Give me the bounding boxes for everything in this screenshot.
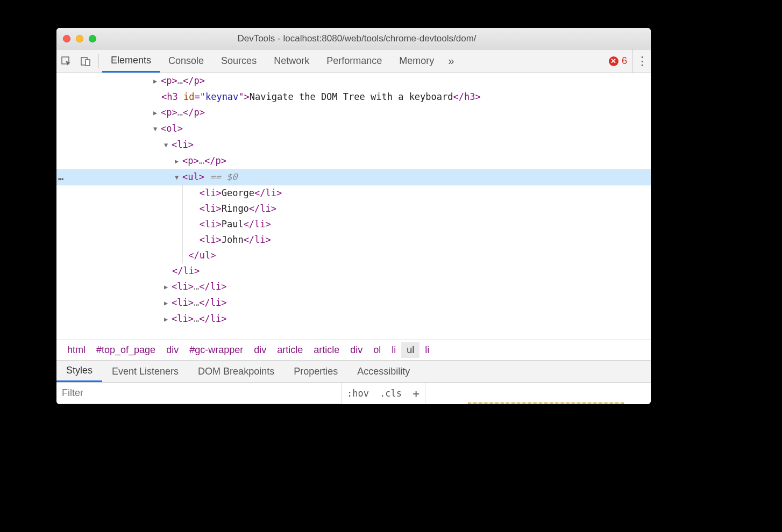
svg-rect-2 [86,60,90,66]
subtab-styles[interactable]: Styles [56,361,102,382]
error-count: 6 [622,55,627,67]
crumb[interactable]: html [62,342,91,358]
traffic-lights [63,35,96,42]
dom-node-ul-close[interactable]: </ul> [56,248,651,263]
crumb[interactable]: div [248,342,272,358]
separator [98,54,99,68]
crumb[interactable]: li [420,342,435,358]
crumb[interactable]: div [345,342,368,358]
dom-node-li-item[interactable]: <li>Paul</li> [56,217,651,232]
subtab-event-listeners[interactable]: Event Listeners [102,361,188,382]
tab-sources[interactable]: Sources [212,49,265,73]
styles-toolbar: :hov .cls + [56,383,651,404]
crumb[interactable]: ol [368,342,386,358]
subtab-properties[interactable]: Properties [284,361,347,382]
zoom-window-button[interactable] [89,35,96,42]
styles-preview-area [425,383,651,404]
dom-node[interactable]: ▶<li>…</li> [56,279,651,295]
subtab-accessibility[interactable]: Accessibility [347,361,420,382]
breadcrumb-bar: html #top_of_page div #gc-wrapper div ar… [56,340,651,360]
box-model-fragment [468,402,624,404]
error-badge[interactable]: ✕ 6 [603,49,632,73]
dom-node-h3[interactable]: <h3 id="keynav">Navigate the DOM Tree wi… [56,89,651,105]
dom-node[interactable]: ▶<li>…</li> [56,311,651,327]
minimize-window-button[interactable] [76,35,83,42]
dom-node-li-item[interactable]: <li>George</li> [56,185,651,201]
error-icon: ✕ [609,56,619,66]
tab-console[interactable]: Console [160,49,212,73]
inspect-element-icon[interactable] [56,49,76,73]
hov-button[interactable]: :hov [342,388,374,399]
crumb-selected[interactable]: ul [401,342,420,358]
window-title: DevTools - localhost:8080/web/tools/chro… [96,33,617,44]
tabs-overflow-button[interactable]: » [443,49,459,73]
dom-node[interactable]: ▶<p>…</p> [56,105,651,121]
dom-node-ol[interactable]: ▼<ol> [56,121,651,137]
dom-node-li-item[interactable]: <li>John</li> [56,232,651,248]
dom-node-li[interactable]: ▼<li> [56,137,651,153]
devtools-window: DevTools - localhost:8080/web/tools/chro… [56,28,651,404]
main-toolbar: Elements Console Sources Network Perform… [56,49,651,73]
device-toolbar-icon[interactable] [76,49,95,73]
dom-node-li-item[interactable]: <li>Ringo</li> [56,201,651,217]
crumb[interactable]: #gc-wrapper [184,342,248,358]
dom-node[interactable]: ▶<p>…</p> [56,153,651,169]
crumb[interactable]: li [386,342,401,358]
subtab-dom-breakpoints[interactable]: DOM Breakpoints [188,361,284,382]
dom-node[interactable]: ▶<li>…</li> [56,295,651,311]
tab-memory[interactable]: Memory [390,49,443,73]
crumb[interactable]: article [308,342,345,358]
dom-tree[interactable]: ▶<p>…</p> <h3 id="keynav">Navigate the D… [56,73,651,340]
close-window-button[interactable] [63,35,70,42]
tab-performance[interactable]: Performance [318,49,390,73]
new-style-rule-button[interactable]: + [407,387,425,400]
dom-node[interactable]: ▶<p>…</p> [56,73,651,89]
styles-subtabs: Styles Event Listeners DOM Breakpoints P… [56,360,651,383]
dom-node-ul-selected[interactable]: ▼<ul> == $0 [56,169,651,185]
crumb[interactable]: div [161,342,184,358]
tab-elements[interactable]: Elements [102,49,160,73]
panel-tabs: Elements Console Sources Network Perform… [102,49,603,73]
styles-buttons: :hov .cls + [342,383,425,404]
titlebar: DevTools - localhost:8080/web/tools/chro… [56,28,651,49]
dom-node-li-close[interactable]: </li> [56,263,651,279]
cls-button[interactable]: .cls [374,388,407,399]
kebab-menu-icon[interactable]: ⋮ [632,49,651,73]
styles-filter-input[interactable] [56,383,342,404]
crumb[interactable]: article [272,342,308,358]
crumb[interactable]: #top_of_page [91,342,161,358]
tab-network[interactable]: Network [265,49,318,73]
